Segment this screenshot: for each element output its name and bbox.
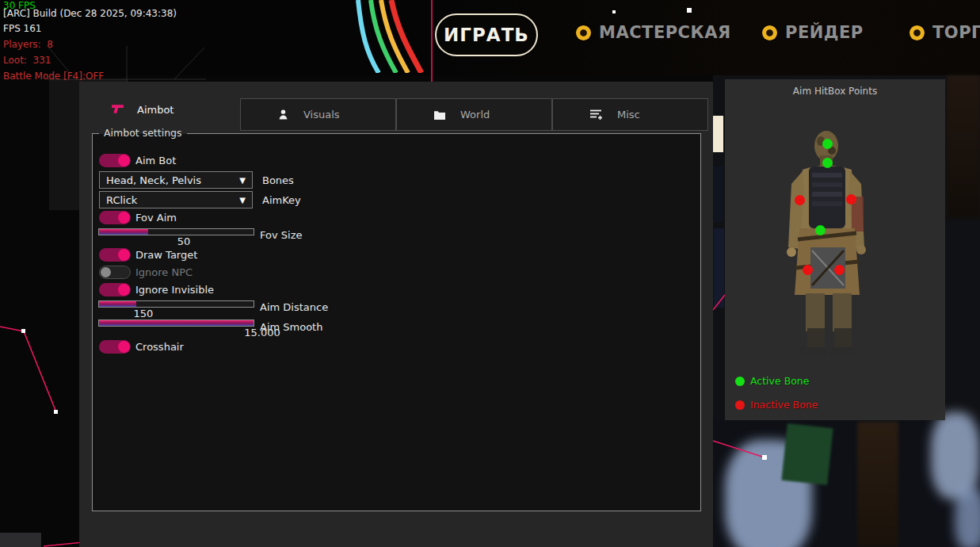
legend-inactive-bone: Inactive Bone bbox=[735, 399, 818, 411]
toggle-knob bbox=[118, 155, 130, 166]
coin-icon bbox=[576, 25, 591, 40]
screen: 30 FPS [ARC] Build (Dec 28 2025, 09:43:3… bbox=[0, 0, 980, 547]
tab-visuals[interactable]: Visuals bbox=[240, 98, 396, 131]
menu-item-workshop[interactable]: МАСТЕРСКАЯ bbox=[576, 23, 731, 42]
tab-aimbot[interactable]: Aimbot bbox=[111, 104, 174, 116]
tab-world[interactable]: World bbox=[396, 98, 552, 131]
aim-bot-label: Aim Bot bbox=[135, 155, 176, 166]
hitbox-points-layer bbox=[725, 79, 945, 420]
crosshair-toggle[interactable] bbox=[99, 340, 131, 354]
aimkey-label: AimKey bbox=[262, 194, 301, 206]
slider-fill bbox=[99, 229, 148, 235]
hitbox-point-left-arm bbox=[795, 195, 805, 205]
tab-label: World bbox=[460, 109, 490, 120]
aim-smooth-slider[interactable] bbox=[98, 319, 254, 327]
legend-label: Inactive Bone bbox=[750, 399, 818, 411]
aimkey-dropdown[interactable]: RClick ▼ bbox=[99, 191, 253, 208]
hud-players-count: Players: 8 bbox=[3, 40, 53, 50]
aim-distance-label: Aim Distance bbox=[260, 301, 328, 313]
ignore-npc-label: Ignore NPC bbox=[135, 266, 193, 278]
hitbox-point-head bbox=[822, 139, 833, 149]
hitbox-point-right-knee bbox=[834, 265, 845, 275]
chevron-down-icon: ▼ bbox=[239, 176, 246, 185]
toggle-knob bbox=[101, 267, 111, 277]
fov-size-label: Fov Size bbox=[260, 229, 302, 241]
hud-loot-count: Loot: 331 bbox=[3, 55, 51, 66]
hitbox-panel: Aim HitBox Points bbox=[725, 79, 945, 420]
slider-fill bbox=[99, 320, 254, 326]
play-button-label: ИГРАТЬ bbox=[444, 25, 529, 45]
hitbox-point-right-arm bbox=[846, 194, 856, 205]
aim-distance-slider[interactable] bbox=[98, 300, 254, 308]
draw-target-toggle[interactable] bbox=[99, 248, 131, 262]
hitbox-point-left-knee bbox=[803, 265, 813, 275]
coin-icon bbox=[762, 25, 777, 40]
tab-label: Misc bbox=[617, 109, 640, 120]
cheat-menu-panel: Aimbot Visuals World Misc bbox=[79, 82, 713, 547]
fov-aim-label: Fov Aim bbox=[135, 212, 177, 224]
person-icon bbox=[277, 109, 289, 120]
menu-item-raider[interactable]: РЕЙДЕР bbox=[762, 23, 864, 42]
coin-icon bbox=[909, 25, 925, 40]
crosshair-label: Crosshair bbox=[135, 341, 184, 353]
ignore-invisible-label: Ignore Invisible bbox=[135, 284, 214, 296]
draw-target-label: Draw Target bbox=[135, 249, 197, 261]
chevron-down-icon: ▼ bbox=[239, 196, 246, 205]
hud-battle-mode: Battle Mode [F4]:OFF bbox=[3, 71, 104, 82]
aimbot-settings-title: Aimbot settings bbox=[99, 127, 187, 139]
tab-misc[interactable]: Misc bbox=[552, 98, 708, 131]
tab-label: Visuals bbox=[303, 109, 340, 120]
toggle-knob bbox=[118, 284, 130, 296]
bones-label: Bones bbox=[262, 174, 294, 186]
active-bone-dot bbox=[735, 377, 745, 386]
menu-item-label: МАСТЕРСКАЯ bbox=[599, 23, 731, 42]
bones-dropdown-value: Head, Neck, Pelvis bbox=[106, 174, 201, 186]
inactive-bone-dot bbox=[735, 400, 745, 410]
menu-item-label: ТОРГО bbox=[932, 23, 980, 42]
ignore-npc-toggle[interactable] bbox=[99, 266, 131, 279]
play-button[interactable]: ИГРАТЬ bbox=[435, 13, 538, 56]
hud-build-info: [ARC] Build (Dec 28 2025, 09:43:38) bbox=[3, 9, 177, 19]
fov-size-value: 50 bbox=[160, 235, 208, 247]
aimbot-settings-group: Aimbot settings Aim Bot Head, Neck, Pelv… bbox=[92, 133, 701, 511]
hitbox-point-pelvis bbox=[815, 225, 826, 235]
pistol-icon bbox=[111, 104, 124, 116]
legend-active-bone: Active Bone bbox=[735, 375, 809, 387]
legend-label: Active Bone bbox=[750, 375, 809, 387]
aim-smooth-label: Aim Smooth bbox=[260, 321, 322, 333]
menu-item-label: РЕЙДЕР bbox=[785, 23, 864, 42]
aimkey-dropdown-value: RClick bbox=[106, 194, 137, 206]
toggle-knob bbox=[118, 212, 130, 224]
bones-dropdown[interactable]: Head, Neck, Pelvis ▼ bbox=[99, 171, 253, 189]
fov-aim-toggle[interactable] bbox=[99, 211, 131, 224]
fov-size-slider[interactable] bbox=[98, 228, 254, 235]
aim-bot-toggle[interactable] bbox=[99, 154, 131, 167]
slider-fill bbox=[99, 301, 136, 307]
hud-fps-counter: FPS 161 bbox=[3, 24, 41, 34]
folder-icon bbox=[433, 109, 446, 120]
menu-item-trade[interactable]: ТОРГО bbox=[909, 23, 980, 42]
hitbox-point-neck bbox=[822, 158, 833, 168]
ignore-invisible-toggle[interactable] bbox=[99, 283, 131, 296]
filter-icon bbox=[589, 109, 603, 120]
toggle-knob bbox=[118, 341, 130, 353]
tab-label: Aimbot bbox=[137, 104, 174, 116]
toggle-knob bbox=[118, 249, 130, 261]
aim-distance-value: 150 bbox=[120, 308, 167, 319]
